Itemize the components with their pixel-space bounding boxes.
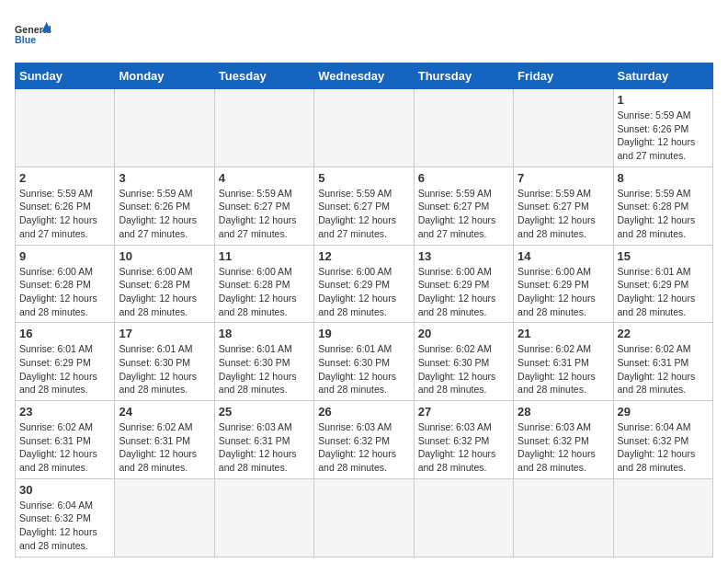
day-info: Sunrise: 6:01 AM Sunset: 6:30 PM Dayligh… — [219, 342, 310, 396]
day-info: Sunrise: 5:59 AM Sunset: 6:27 PM Dayligh… — [318, 187, 409, 241]
calendar-cell — [115, 89, 214, 167]
day-info: Sunrise: 6:03 AM Sunset: 6:32 PM Dayligh… — [318, 420, 409, 475]
calendar-cell: 2Sunrise: 5:59 AM Sunset: 6:26 PM Daylig… — [16, 167, 115, 245]
day-info: Sunrise: 6:02 AM Sunset: 6:31 PM Dayligh… — [119, 420, 210, 475]
weekday-header-friday: Friday — [514, 63, 613, 89]
calendar-body: 1Sunrise: 5:59 AM Sunset: 6:26 PM Daylig… — [16, 89, 713, 557]
weekday-header-sunday: Sunday — [16, 63, 115, 89]
calendar-cell: 8Sunrise: 5:59 AM Sunset: 6:28 PM Daylig… — [613, 167, 712, 245]
logo-svg: General Blue — [15, 15, 51, 52]
calendar-cell: 13Sunrise: 6:00 AM Sunset: 6:29 PM Dayli… — [414, 245, 513, 323]
day-number: 16 — [19, 327, 110, 340]
day-info: Sunrise: 6:02 AM Sunset: 6:31 PM Dayligh… — [518, 342, 609, 396]
calendar-table: SundayMondayTuesdayWednesdayThursdayFrid… — [15, 63, 713, 557]
day-number: 1 — [618, 93, 709, 107]
day-number: 8 — [618, 171, 709, 185]
day-info: Sunrise: 6:01 AM Sunset: 6:29 PM Dayligh… — [618, 265, 709, 319]
day-info: Sunrise: 5:59 AM Sunset: 6:26 PM Dayligh… — [119, 187, 210, 241]
day-info: Sunrise: 6:00 AM Sunset: 6:28 PM Dayligh… — [219, 265, 310, 319]
day-info: Sunrise: 6:01 AM Sunset: 6:29 PM Dayligh… — [19, 342, 110, 396]
day-number: 17 — [119, 327, 210, 340]
day-number: 26 — [318, 405, 409, 419]
day-number: 4 — [219, 171, 310, 185]
calendar-cell: 15Sunrise: 6:01 AM Sunset: 6:29 PM Dayli… — [613, 245, 712, 323]
calendar-cell: 22Sunrise: 6:02 AM Sunset: 6:31 PM Dayli… — [613, 323, 712, 401]
day-info: Sunrise: 6:02 AM Sunset: 6:31 PM Dayligh… — [19, 420, 110, 475]
svg-text:Blue: Blue — [15, 34, 36, 45]
day-number: 25 — [219, 405, 310, 419]
calendar-cell: 7Sunrise: 5:59 AM Sunset: 6:27 PM Daylig… — [514, 167, 613, 245]
calendar-header: SundayMondayTuesdayWednesdayThursdayFrid… — [16, 63, 713, 89]
weekday-header-wednesday: Wednesday — [314, 63, 414, 89]
calendar-cell — [414, 89, 513, 167]
page-header: General Blue — [15, 15, 713, 52]
calendar-cell: 17Sunrise: 6:01 AM Sunset: 6:30 PM Dayli… — [115, 323, 214, 401]
week-row-1: 1Sunrise: 5:59 AM Sunset: 6:26 PM Daylig… — [16, 89, 713, 167]
week-row-2: 2Sunrise: 5:59 AM Sunset: 6:26 PM Daylig… — [16, 167, 713, 245]
day-info: Sunrise: 6:04 AM Sunset: 6:32 PM Dayligh… — [618, 420, 709, 475]
day-number: 3 — [119, 171, 210, 185]
calendar-cell — [314, 478, 414, 557]
calendar-cell: 20Sunrise: 6:02 AM Sunset: 6:30 PM Dayli… — [414, 323, 513, 401]
day-number: 24 — [119, 405, 210, 419]
calendar-cell: 1Sunrise: 5:59 AM Sunset: 6:26 PM Daylig… — [613, 89, 712, 167]
day-info: Sunrise: 5:59 AM Sunset: 6:27 PM Dayligh… — [518, 187, 609, 241]
day-info: Sunrise: 6:00 AM Sunset: 6:29 PM Dayligh… — [518, 265, 609, 319]
calendar-cell: 30Sunrise: 6:04 AM Sunset: 6:32 PM Dayli… — [16, 478, 115, 557]
day-info: Sunrise: 5:59 AM Sunset: 6:27 PM Dayligh… — [418, 187, 509, 241]
day-number: 5 — [318, 171, 409, 185]
day-info: Sunrise: 5:59 AM Sunset: 6:26 PM Dayligh… — [618, 109, 709, 163]
calendar-cell: 3Sunrise: 5:59 AM Sunset: 6:26 PM Daylig… — [115, 167, 214, 245]
week-row-5: 23Sunrise: 6:02 AM Sunset: 6:31 PM Dayli… — [16, 401, 713, 479]
day-number: 10 — [119, 249, 210, 263]
calendar-cell — [514, 478, 613, 557]
calendar-cell: 28Sunrise: 6:03 AM Sunset: 6:32 PM Dayli… — [514, 401, 613, 479]
calendar-cell — [613, 478, 712, 557]
day-number: 19 — [318, 327, 409, 340]
calendar-cell: 11Sunrise: 6:00 AM Sunset: 6:28 PM Dayli… — [214, 245, 313, 323]
calendar-cell: 23Sunrise: 6:02 AM Sunset: 6:31 PM Dayli… — [16, 401, 115, 479]
calendar-cell: 26Sunrise: 6:03 AM Sunset: 6:32 PM Dayli… — [314, 401, 414, 479]
day-number: 21 — [518, 327, 609, 340]
calendar-cell: 21Sunrise: 6:02 AM Sunset: 6:31 PM Dayli… — [514, 323, 613, 401]
calendar-cell — [214, 478, 313, 557]
calendar-cell: 27Sunrise: 6:03 AM Sunset: 6:32 PM Dayli… — [414, 401, 513, 479]
week-row-6: 30Sunrise: 6:04 AM Sunset: 6:32 PM Dayli… — [16, 478, 713, 557]
day-number: 28 — [518, 405, 609, 419]
calendar-cell: 16Sunrise: 6:01 AM Sunset: 6:29 PM Dayli… — [16, 323, 115, 401]
day-number: 20 — [418, 327, 509, 340]
day-number: 11 — [219, 249, 310, 263]
day-info: Sunrise: 6:00 AM Sunset: 6:29 PM Dayligh… — [418, 265, 509, 319]
day-info: Sunrise: 6:00 AM Sunset: 6:29 PM Dayligh… — [318, 265, 409, 319]
day-number: 2 — [19, 171, 110, 185]
day-info: Sunrise: 6:00 AM Sunset: 6:28 PM Dayligh… — [119, 265, 210, 319]
day-info: Sunrise: 6:01 AM Sunset: 6:30 PM Dayligh… — [318, 342, 409, 396]
calendar-cell: 19Sunrise: 6:01 AM Sunset: 6:30 PM Dayli… — [314, 323, 414, 401]
day-info: Sunrise: 6:03 AM Sunset: 6:32 PM Dayligh… — [518, 420, 609, 475]
day-number: 29 — [618, 405, 709, 419]
day-number: 12 — [318, 249, 409, 263]
calendar-cell: 9Sunrise: 6:00 AM Sunset: 6:28 PM Daylig… — [16, 245, 115, 323]
calendar-cell: 10Sunrise: 6:00 AM Sunset: 6:28 PM Dayli… — [115, 245, 214, 323]
weekday-header-monday: Monday — [115, 63, 214, 89]
day-number: 23 — [19, 405, 110, 419]
day-number: 30 — [19, 483, 110, 497]
day-info: Sunrise: 5:59 AM Sunset: 6:26 PM Dayligh… — [19, 187, 110, 241]
week-row-3: 9Sunrise: 6:00 AM Sunset: 6:28 PM Daylig… — [16, 245, 713, 323]
day-number: 15 — [618, 249, 709, 263]
calendar-cell: 29Sunrise: 6:04 AM Sunset: 6:32 PM Dayli… — [613, 401, 712, 479]
day-number: 14 — [518, 249, 609, 263]
calendar-cell: 6Sunrise: 5:59 AM Sunset: 6:27 PM Daylig… — [414, 167, 513, 245]
day-info: Sunrise: 6:04 AM Sunset: 6:32 PM Dayligh… — [19, 499, 110, 553]
day-info: Sunrise: 6:01 AM Sunset: 6:30 PM Dayligh… — [119, 342, 210, 396]
calendar-cell — [16, 89, 115, 167]
calendar-cell — [414, 478, 513, 557]
weekday-header-tuesday: Tuesday — [214, 63, 313, 89]
calendar-cell: 12Sunrise: 6:00 AM Sunset: 6:29 PM Dayli… — [314, 245, 414, 323]
day-number: 13 — [418, 249, 509, 263]
logo: General Blue — [15, 15, 51, 52]
day-info: Sunrise: 6:00 AM Sunset: 6:28 PM Dayligh… — [19, 265, 110, 319]
calendar-cell: 18Sunrise: 6:01 AM Sunset: 6:30 PM Dayli… — [214, 323, 313, 401]
weekday-row: SundayMondayTuesdayWednesdayThursdayFrid… — [16, 63, 713, 89]
day-number: 18 — [219, 327, 310, 340]
